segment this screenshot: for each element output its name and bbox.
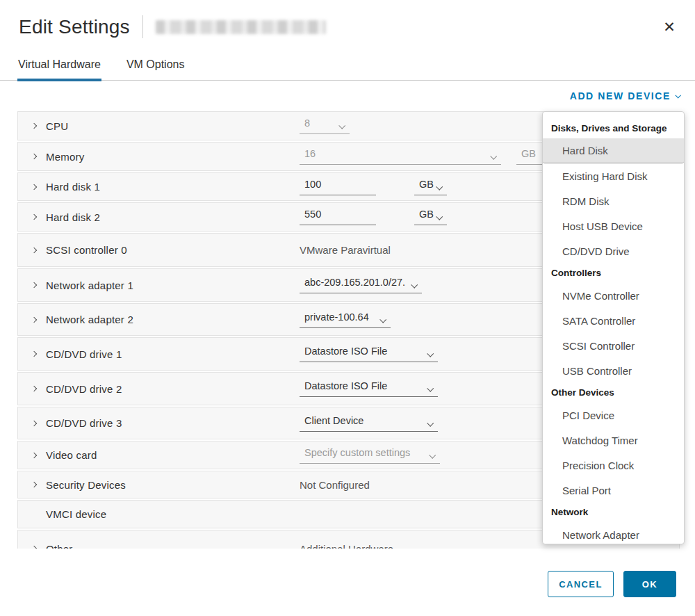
add-device-menu: Disks, Drives and StorageHard DiskExisti… [542, 111, 685, 544]
device-label: CD/DVD drive 1 [46, 348, 122, 360]
chevron-right-glyph [31, 482, 37, 487]
chevron-right-icon[interactable] [32, 318, 46, 322]
value-select[interactable]: 8 [300, 117, 350, 134]
device-label: Other [46, 543, 73, 549]
add-new-device-label: ADD NEW DEVICE [570, 90, 671, 102]
chevron-right-icon[interactable] [32, 248, 46, 252]
chevron-right-icon[interactable] [32, 483, 46, 487]
input-value: 100 [304, 179, 321, 190]
cancel-button[interactable]: CANCEL [548, 571, 614, 597]
menu-item-existing-hard-disk[interactable]: Existing Hard Disk [543, 163, 684, 188]
chevron-right-icon[interactable] [32, 154, 46, 159]
value-select[interactable]: Client Device [300, 415, 438, 432]
chevron-right-glyph [31, 247, 37, 252]
tab-bar: Virtual Hardware VM Options [0, 58, 695, 81]
device-value-cell: Client Device [300, 415, 438, 432]
device-value-cell: 100GB [300, 179, 447, 195]
device-label: Hard disk 1 [46, 181, 100, 193]
value-select[interactable]: Datastore ISO File [300, 380, 438, 397]
chevron-down-icon [490, 153, 497, 160]
device-value-cell: private-100.64 [300, 311, 391, 328]
selected-option-label: GB [419, 209, 434, 220]
value-select[interactable]: private-100.64 [300, 311, 391, 328]
menu-item-nvme-controller[interactable]: NVMe Controller [543, 283, 684, 308]
close-icon[interactable]: ✕ [660, 18, 678, 36]
menu-group-header-other-devices: Other Devices [543, 383, 684, 403]
selected-option-label: Specify custom settings [304, 447, 410, 458]
device-value-cell: Not Configured [300, 479, 370, 491]
chevron-right-icon[interactable] [32, 352, 46, 356]
chevron-down-icon [411, 282, 418, 289]
chevron-right-icon[interactable] [32, 124, 46, 128]
device-value-cell: Datastore ISO File [300, 346, 438, 362]
chevron-right-glyph [31, 546, 37, 549]
menu-item-network-adapter[interactable]: Network Adapter [543, 522, 684, 544]
value-text: Additional Hardware [300, 543, 393, 549]
menu-item-serial-port[interactable]: Serial Port [543, 478, 684, 503]
device-value-cell: Datastore ISO File [300, 380, 438, 397]
value-input[interactable]: 550 [300, 209, 376, 225]
chevron-right-glyph [31, 184, 37, 189]
device-label: SCSI controller 0 [46, 244, 127, 256]
menu-group-header-disks-drives-and-storage: Disks, Drives and Storage [543, 119, 684, 138]
device-value-cell: abc-209.165.201.0/27. [300, 277, 422, 293]
chevron-right-glyph [31, 154, 37, 159]
device-value-cell: Additional Hardware [300, 543, 393, 549]
device-label: VMCI device [46, 508, 106, 520]
chevron-right-icon[interactable] [32, 283, 46, 287]
value-text: Not Configured [300, 479, 370, 491]
chevron-down-icon [429, 451, 436, 458]
ok-button[interactable]: OK [623, 571, 676, 597]
device-label: Video card [46, 449, 97, 461]
input-value: 550 [304, 209, 321, 220]
chevron-right-icon[interactable] [32, 387, 46, 391]
chevron-right-icon[interactable] [32, 546, 46, 549]
chevron-down-icon [427, 419, 434, 426]
chevron-right-icon[interactable] [32, 215, 46, 219]
selected-option-label: 16 [304, 148, 316, 159]
chevron-down-icon [427, 350, 434, 357]
menu-item-pci-device[interactable]: PCI Device [543, 403, 684, 428]
value-text: VMware Paravirtual [300, 244, 391, 256]
device-value-cell: 8 [300, 117, 350, 134]
device-label: Network adapter 1 [46, 279, 133, 291]
menu-item-cd-dvd-drive[interactable]: CD/DVD Drive [543, 238, 684, 264]
chevron-down-icon [379, 316, 386, 323]
page-title: Edit Settings [19, 16, 130, 38]
value-select[interactable]: GB [414, 209, 447, 225]
chevron-down-icon [427, 385, 434, 392]
device-label: Network adapter 2 [46, 314, 133, 325]
menu-item-usb-controller[interactable]: USB Controller [543, 358, 684, 383]
device-label: Hard disk 2 [46, 211, 100, 223]
device-value-cell: 550GB [300, 209, 447, 225]
selected-option-label: Datastore ISO File [304, 346, 387, 357]
device-label: Memory [46, 151, 84, 163]
device-label: CD/DVD drive 2 [46, 383, 122, 395]
menu-item-scsi-controller[interactable]: SCSI Controller [543, 333, 684, 358]
chevron-right-icon[interactable] [32, 453, 46, 457]
menu-item-rdm-disk[interactable]: RDM Disk [543, 188, 684, 213]
menu-item-precision-clock[interactable]: Precision Clock [543, 453, 684, 478]
tab-virtual-hardware[interactable]: Virtual Hardware [17, 58, 101, 81]
value-select[interactable]: 16 [300, 148, 501, 165]
value-select[interactable]: GB [414, 179, 447, 195]
chevron-down-icon [436, 183, 443, 190]
selected-option-label: 8 [304, 117, 310, 129]
menu-item-sata-controller[interactable]: SATA Controller [543, 308, 684, 333]
value-input[interactable]: 100 [300, 179, 376, 195]
tab-vm-options[interactable]: VM Options [126, 58, 186, 80]
value-select[interactable]: Specify custom settings [300, 447, 440, 464]
chevron-right-icon[interactable] [32, 421, 46, 425]
chevron-down-icon [436, 213, 443, 220]
menu-item-host-usb-device[interactable]: Host USB Device [543, 213, 684, 238]
title-divider [142, 15, 143, 38]
value-select[interactable]: Datastore ISO File [300, 346, 438, 362]
value-select[interactable]: abc-209.165.201.0/27. [300, 277, 422, 293]
menu-item-hard-disk[interactable]: Hard Disk [543, 138, 684, 163]
add-new-device-button[interactable]: ADD NEW DEVICE [570, 90, 680, 102]
menu-item-watchdog-timer[interactable]: Watchdog Timer [543, 428, 684, 453]
chevron-right-glyph [31, 214, 37, 220]
selected-option-label: Client Device [304, 415, 363, 426]
chevron-right-icon[interactable] [32, 185, 46, 189]
selected-option-label: GB [419, 179, 434, 190]
